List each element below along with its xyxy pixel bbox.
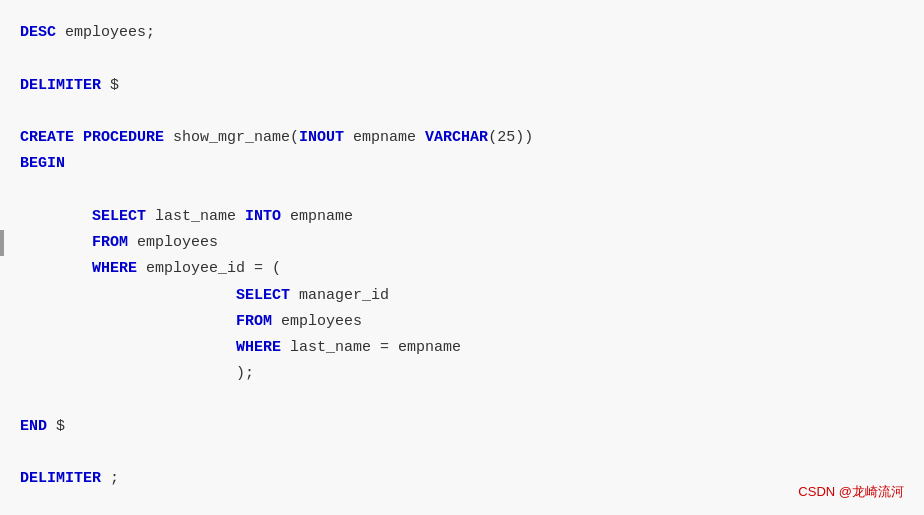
code-line-12: FROM employees [20,309,908,335]
code-line-3: DELIMITER $ [20,73,908,99]
code-block: DESC employees; DELIMITER $ CREATE PROCE… [20,20,908,493]
code-line-13: WHERE last_name = empname [20,335,908,361]
code-line-5: CREATE PROCEDURE show_mgr_name(INOUT emp… [20,125,908,151]
code-line-empty-1 [20,46,908,72]
left-bar [0,230,4,256]
code-line-empty-3 [20,178,908,204]
code-line-1: DESC employees; [20,20,908,46]
code-line-empty-4 [20,388,908,414]
code-line-8: SELECT last_name INTO empname [20,204,908,230]
code-line-9: FROM employees [20,230,908,256]
code-line-10: WHERE employee_id = ( [20,256,908,282]
code-line-11: SELECT manager_id [20,283,908,309]
code-line-18: DELIMITER ; [20,466,908,492]
code-line-16: END $ [20,414,908,440]
code-line-empty-2 [20,99,908,125]
watermark: CSDN @龙崎流河 [798,483,904,501]
code-line-empty-5 [20,440,908,466]
code-line-6: BEGIN [20,151,908,177]
code-line-14: ); [20,361,908,387]
code-container: DESC employees; DELIMITER $ CREATE PROCE… [0,0,924,515]
